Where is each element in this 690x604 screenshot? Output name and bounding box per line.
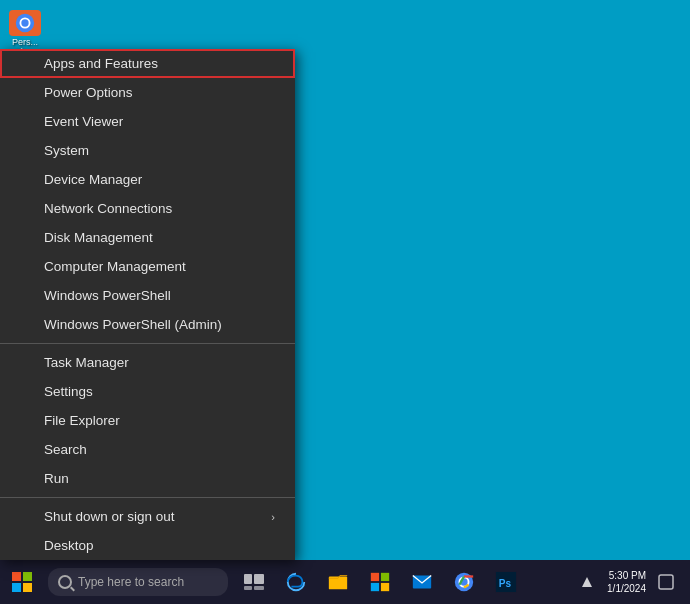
context-menu-item-device-manager[interactable]: Device Manager bbox=[0, 165, 295, 194]
svg-rect-8 bbox=[254, 574, 264, 584]
menu-item-label-network-connections: Network Connections bbox=[44, 201, 172, 216]
context-menu-item-apps-features[interactable]: Apps and Features bbox=[0, 49, 295, 78]
context-menu-item-power-options[interactable]: Power Options bbox=[0, 78, 295, 107]
submenu-arrow-icon: › bbox=[271, 511, 275, 523]
svg-rect-12 bbox=[371, 573, 379, 581]
menu-item-label-disk-management: Disk Management bbox=[44, 230, 153, 245]
menu-item-label-power-options: Power Options bbox=[44, 85, 133, 100]
menu-item-label-file-explorer: File Explorer bbox=[44, 413, 120, 428]
mail-icon[interactable] bbox=[402, 560, 442, 604]
context-menu-item-search[interactable]: Search bbox=[0, 435, 295, 464]
context-menu-item-task-manager[interactable]: Task Manager bbox=[0, 348, 295, 377]
svg-rect-10 bbox=[254, 586, 264, 590]
context-menu-item-computer-management[interactable]: Computer Management bbox=[0, 252, 295, 281]
svg-rect-15 bbox=[381, 583, 389, 591]
taskbar-right: 5:30 PM 1/1/2024 bbox=[571, 560, 690, 604]
svg-rect-4 bbox=[23, 572, 32, 581]
context-menu-item-settings[interactable]: Settings bbox=[0, 377, 295, 406]
menu-item-label-device-manager: Device Manager bbox=[44, 172, 142, 187]
context-menu-item-desktop[interactable]: Desktop bbox=[0, 531, 295, 560]
task-view-button[interactable] bbox=[234, 560, 274, 604]
svg-rect-14 bbox=[371, 583, 379, 591]
clock[interactable]: 5:30 PM 1/1/2024 bbox=[607, 569, 646, 595]
menu-item-label-windows-powershell-admin: Windows PowerShell (Admin) bbox=[44, 317, 222, 332]
chrome-icon[interactable] bbox=[444, 560, 484, 604]
svg-text:Ps: Ps bbox=[499, 578, 512, 589]
time: 5:30 PM bbox=[607, 569, 646, 582]
svg-marker-22 bbox=[582, 577, 592, 587]
menu-item-label-settings: Settings bbox=[44, 384, 93, 399]
taskbar-search[interactable]: Type here to search bbox=[48, 568, 228, 596]
menu-item-label-search: Search bbox=[44, 442, 87, 457]
context-menu-item-windows-powershell[interactable]: Windows PowerShell bbox=[0, 281, 295, 310]
context-menu: Apps and FeaturesPower OptionsEvent View… bbox=[0, 49, 295, 560]
svg-point-2 bbox=[21, 19, 28, 26]
taskbar-search-text: Type here to search bbox=[78, 575, 184, 589]
notification-icon[interactable] bbox=[650, 560, 682, 604]
menu-divider bbox=[0, 343, 295, 344]
menu-item-label-apps-features: Apps and Features bbox=[44, 56, 158, 71]
menu-item-label-shut-down-sign-out: Shut down or sign out bbox=[44, 509, 175, 524]
file-explorer-icon[interactable] bbox=[318, 560, 358, 604]
taskbar: Type here to search bbox=[0, 560, 690, 604]
context-menu-item-file-explorer[interactable]: File Explorer bbox=[0, 406, 295, 435]
svg-rect-13 bbox=[381, 573, 389, 581]
menu-divider bbox=[0, 497, 295, 498]
system-tray[interactable] bbox=[571, 560, 603, 604]
context-menu-item-shut-down-sign-out[interactable]: Shut down or sign out› bbox=[0, 502, 295, 531]
svg-rect-6 bbox=[23, 583, 32, 592]
menu-item-label-run: Run bbox=[44, 471, 69, 486]
svg-rect-9 bbox=[244, 586, 252, 590]
context-menu-item-disk-management[interactable]: Disk Management bbox=[0, 223, 295, 252]
date: 1/1/2024 bbox=[607, 582, 646, 595]
taskbar-app-icons: Ps bbox=[234, 560, 526, 604]
context-menu-item-system[interactable]: System bbox=[0, 136, 295, 165]
menu-item-label-system: System bbox=[44, 143, 89, 158]
desktop: Pers...Chr... Apps and FeaturesPower Opt… bbox=[0, 0, 690, 604]
menu-item-label-event-viewer: Event Viewer bbox=[44, 114, 123, 129]
edge-icon[interactable] bbox=[276, 560, 316, 604]
context-menu-item-event-viewer[interactable]: Event Viewer bbox=[0, 107, 295, 136]
svg-rect-23 bbox=[659, 575, 673, 589]
store-icon[interactable] bbox=[360, 560, 400, 604]
menu-item-label-desktop: Desktop bbox=[44, 538, 94, 553]
context-menu-item-windows-powershell-admin[interactable]: Windows PowerShell (Admin) bbox=[0, 310, 295, 339]
menu-item-label-computer-management: Computer Management bbox=[44, 259, 186, 274]
search-icon bbox=[58, 575, 72, 589]
start-button[interactable] bbox=[0, 560, 44, 604]
menu-item-label-task-manager: Task Manager bbox=[44, 355, 129, 370]
svg-rect-3 bbox=[12, 572, 21, 581]
svg-rect-5 bbox=[12, 583, 21, 592]
menu-item-label-windows-powershell: Windows PowerShell bbox=[44, 288, 171, 303]
svg-rect-7 bbox=[244, 574, 252, 584]
context-menu-item-run[interactable]: Run bbox=[0, 464, 295, 493]
context-menu-item-network-connections[interactable]: Network Connections bbox=[0, 194, 295, 223]
photoshop-icon[interactable]: Ps bbox=[486, 560, 526, 604]
